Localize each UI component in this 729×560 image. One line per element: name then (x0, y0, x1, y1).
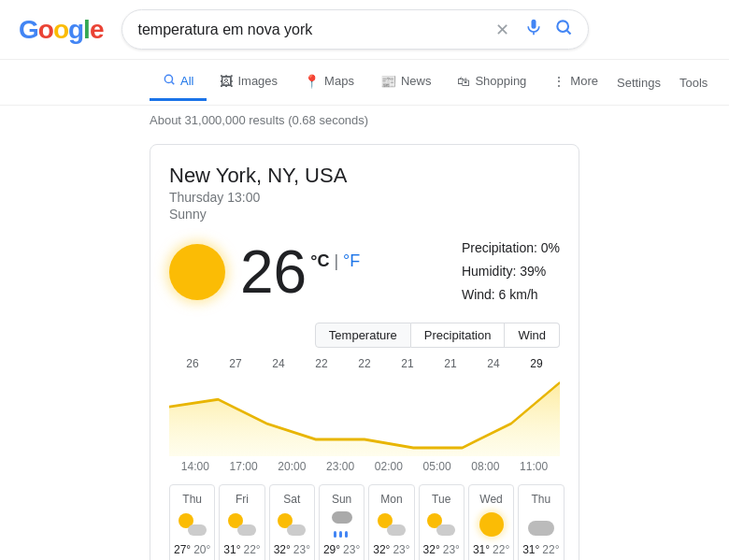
forecast-wed-low: 22° (493, 543, 509, 556)
chart-bottom-4: 02:00 (364, 460, 413, 473)
forecast-tue-icon (423, 510, 460, 539)
chart-top-1: 27 (214, 357, 257, 370)
forecast-day-sun[interactable]: Sun 29° 23° (319, 484, 364, 560)
forecast-day-wed[interactable]: Wed 31° 22° (468, 484, 514, 560)
google-logo: G o o g l e (19, 15, 103, 45)
logo-l: l (83, 15, 90, 45)
forecast-fri-high: 31° (223, 543, 240, 556)
logo-o1: o (38, 15, 53, 45)
chart-top-6: 21 (429, 357, 472, 370)
tab-maps[interactable]: 📍 Maps (291, 65, 367, 101)
tools-link[interactable]: Tools (674, 68, 713, 97)
forecast-thu2-icon (522, 510, 559, 539)
forecast-day-sat[interactable]: Sat 32° 23° (269, 484, 315, 560)
forecast-wed-name: Wed (473, 493, 509, 506)
chart-tab-temperature[interactable]: Temperature (315, 323, 411, 348)
weather-details: Precipitation: 0% Humidity: 39% Wind: 6 … (462, 237, 560, 308)
search-input[interactable] (137, 22, 488, 38)
unit-separator: | (334, 251, 343, 270)
nav-settings: Settings Tools (611, 68, 713, 97)
chart-bottom-0: 14:00 (171, 460, 220, 473)
weather-condition: Sunny (169, 207, 560, 222)
tab-more[interactable]: ⋮ More (539, 65, 611, 101)
chart-top-2: 24 (257, 357, 300, 370)
clear-icon[interactable]: ✕ (495, 20, 509, 40)
unit-celsius: °C (310, 251, 329, 270)
precipitation-info: Precipitation: 0% (462, 237, 560, 260)
forecast-day-mon[interactable]: Mon 32° 23° (368, 484, 414, 560)
forecast-mon-icon (373, 510, 409, 539)
tab-shopping[interactable]: 🛍 Shopping (444, 65, 539, 101)
svg-line-5 (172, 82, 175, 85)
all-icon (163, 73, 176, 89)
forecast-thu2-high: 31° (522, 543, 539, 556)
results-info: About 31,000,000 results (0.68 seconds) (0, 106, 729, 135)
search-submit-icon[interactable] (554, 18, 573, 41)
forecast-day-thu2[interactable]: Thu 31° 22° (518, 484, 564, 560)
tab-images[interactable]: 🖼 Images (207, 65, 291, 101)
humidity-info: Humidity: 39% (462, 260, 560, 283)
chart-bottom-6: 08:00 (462, 460, 510, 473)
forecast-wed-high: 31° (473, 543, 490, 556)
tab-all[interactable]: All (150, 64, 207, 101)
forecast-tue-temps: 32° 23° (423, 543, 460, 556)
svg-point-2 (558, 21, 569, 32)
forecast-tue-name: Tue (423, 493, 460, 506)
news-icon: 📰 (380, 74, 396, 89)
logo-o2: o (53, 15, 68, 45)
maps-icon: 📍 (304, 74, 320, 89)
temperature-chart (169, 372, 560, 456)
tab-images-label: Images (237, 74, 278, 88)
tab-shopping-label: Shopping (475, 74, 526, 88)
chart-tab-wind[interactable]: Wind (505, 323, 560, 348)
forecast-sun-temps: 29° 23° (323, 543, 360, 556)
forecast-sat-icon (274, 510, 310, 539)
forecast-fri-name: Fri (223, 493, 260, 506)
weather-card-wrap: New York, NY, USA Thursday 13:00 Sunny 2… (0, 135, 729, 560)
images-icon: 🖼 (220, 74, 233, 89)
forecast-day-fri[interactable]: Fri 31° 22° (219, 484, 264, 560)
tab-news[interactable]: 📰 News (367, 65, 445, 101)
weather-time: Thursday 13:00 (169, 190, 560, 205)
chart-bottom-2: 20:00 (268, 460, 317, 473)
temp-unit: °C | °F (310, 251, 360, 271)
chart-top-3: 22 (300, 357, 343, 370)
settings-link[interactable]: Settings (611, 68, 666, 97)
forecast-tue-high: 32° (423, 543, 440, 556)
weather-main: 26 °C | °F Precipitation: 0% Humidity: 3… (169, 237, 560, 308)
more-icon: ⋮ (552, 74, 565, 89)
forecast-sun-icon (323, 510, 360, 539)
tab-all-label: All (180, 74, 193, 88)
header: G o o g l e ✕ (0, 0, 729, 60)
forecast-thu2-temps: 31° 22° (522, 543, 559, 556)
chart-bottom-5: 05:00 (413, 460, 462, 473)
forecast-mon-high: 32° (373, 543, 390, 556)
chart-bottom-3: 23:00 (316, 460, 364, 473)
forecast-thu2-low: 22° (542, 543, 559, 556)
chart-bottom-labels: 14:00 17:00 20:00 23:00 02:00 05:00 08:0… (169, 460, 560, 473)
chart-top-5: 21 (386, 357, 429, 370)
chart-top-8: 29 (515, 357, 558, 370)
forecast-thu1-low: 20° (193, 543, 210, 556)
forecast-sun-low: 23° (343, 543, 360, 556)
forecast-row: Thu 27° 20° Fri 31° 22° (169, 484, 560, 560)
forecast-tue-low: 23° (443, 543, 460, 556)
forecast-thu2-name: Thu (522, 493, 559, 506)
weather-left: 26 °C | °F (169, 242, 360, 302)
chart-top-7: 24 (472, 357, 515, 370)
chart-tabs: Temperature Precipitation Wind (169, 323, 560, 348)
forecast-day-tue[interactable]: Tue 32° 23° (419, 484, 465, 560)
forecast-thu1-name: Thu (174, 493, 210, 506)
unit-fahrenheit[interactable]: °F (343, 251, 360, 270)
forecast-thu1-temps: 27° 20° (174, 543, 210, 556)
tab-news-label: News (401, 74, 432, 88)
chart-tab-precipitation[interactable]: Precipitation (411, 323, 506, 348)
results-count: About 31,000,000 results (0.68 seconds) (150, 113, 368, 127)
forecast-day-thu1[interactable]: Thu 27° 20° (169, 484, 215, 560)
nav-tabs: All 🖼 Images 📍 Maps 📰 News 🛍 Shopping ⋮ … (0, 60, 729, 106)
forecast-fri-temps: 31° 22° (223, 543, 260, 556)
microphone-icon[interactable] (524, 18, 543, 41)
temp-number: 26 (240, 242, 307, 302)
search-bar: ✕ (122, 9, 589, 50)
forecast-mon-low: 23° (393, 543, 409, 556)
